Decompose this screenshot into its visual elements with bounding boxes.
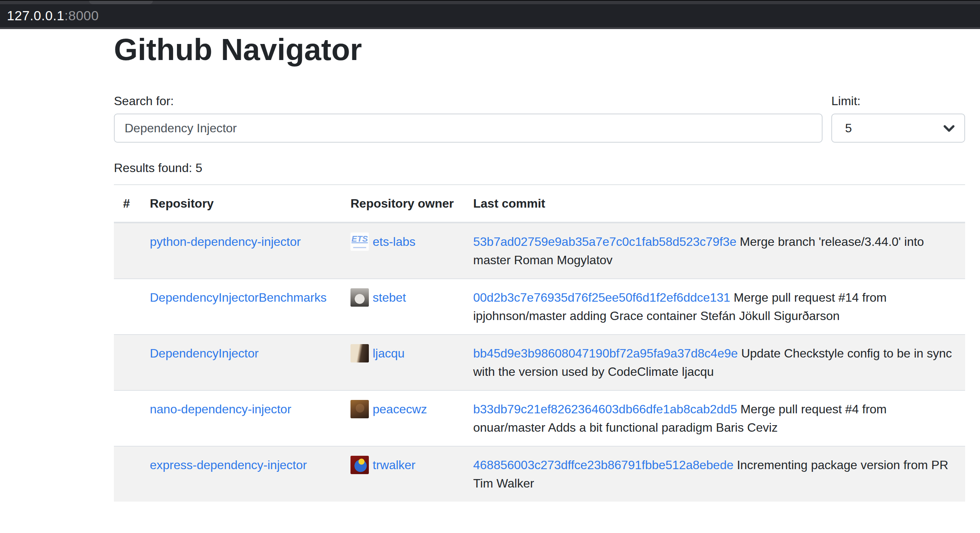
ets-logo-text: ETS [350,234,369,244]
active-tab-edge [89,1,153,4]
url-port[interactable]: :8000 [64,8,99,23]
column-header-index: # [114,185,141,223]
tab-strip [0,1,980,4]
page-content: Github Navigator Search for: Limit: 5 Re… [0,31,980,502]
limit-selected-value: 5 [845,121,852,135]
table-header-row: # Repository Repository owner Last commi… [114,185,965,223]
limit-label: Limit: [831,92,965,110]
table-row: nano-dependency-injector peacecwz b33db7… [114,390,965,446]
repository-link[interactable]: DependencyInjector [150,346,259,360]
chrome-bottom-strip [0,27,980,29]
commit-hash-link[interactable]: bb45d9e3b98608047190bf72a95fa9a37d8c4e9e [473,346,738,360]
page-title: Github Navigator [114,31,965,68]
owner-avatar [350,344,369,362]
table-row: express-dependency-injector trwalker 468… [114,446,965,502]
table-row: DependencyInjector ljacqu bb45d9e3b98608… [114,335,965,390]
table-row: DependencyInjectorBenchmarks stebet 00d2… [114,279,965,335]
column-header-repository: Repository [141,185,341,223]
row-index-cell [114,335,141,390]
limit-field-group: Limit: 5 [831,92,965,143]
address-bar[interactable]: 127.0.0.1:8000 [0,4,980,27]
search-input[interactable] [114,114,823,143]
repository-link[interactable]: python-dependency-injector [150,235,301,249]
owner-avatar [350,288,369,307]
column-header-last-commit: Last commit [464,185,965,223]
row-index-cell [114,390,141,446]
commit-hash-link[interactable]: 53b7ad02759e9ab35a7e7c0c1fab58d523c79f3e [473,235,737,249]
commit-hash-link[interactable]: 00d2b3c7e76935d76f25ee50f6d1f2ef6ddce131 [473,291,730,304]
table-row: python-dependency-injector ETS ets-labs … [114,223,965,279]
commit-hash-link[interactable]: b33db79c21ef8262364603db66dfe1ab8cab2dd5 [473,402,737,416]
owner-avatar: ETS [350,232,369,251]
owner-link[interactable]: ets-labs [373,232,415,251]
browser-chrome: 127.0.0.1:8000 [0,0,980,29]
commit-hash-link[interactable]: 468856003c273dffce23b86791fbbe512a8ebede [473,458,733,472]
search-form: Search for: Limit: 5 [114,92,965,143]
results-summary: Results found: 5 [114,159,965,177]
column-header-owner: Repository owner [341,185,464,223]
row-index-cell [114,446,141,502]
owner-link[interactable]: stebet [373,288,406,307]
owner-avatar [350,456,369,474]
repository-link[interactable]: nano-dependency-injector [150,402,291,416]
search-field-group: Search for: [114,92,823,143]
url-host[interactable]: 127.0.0.1 [7,8,64,23]
owner-link[interactable]: peacecwz [373,400,427,418]
row-index-cell [114,279,141,335]
owner-link[interactable]: trwalker [373,456,415,474]
owner-avatar [350,400,369,418]
chevron-down-icon [942,122,956,135]
search-label: Search for: [114,92,823,110]
results-table: # Repository Repository owner Last commi… [114,184,965,502]
repository-link[interactable]: DependencyInjectorBenchmarks [150,291,326,304]
owner-link[interactable]: ljacqu [373,344,405,362]
row-index-cell [114,223,141,279]
repository-link[interactable]: express-dependency-injector [150,458,307,472]
limit-select[interactable]: 5 [831,114,965,143]
